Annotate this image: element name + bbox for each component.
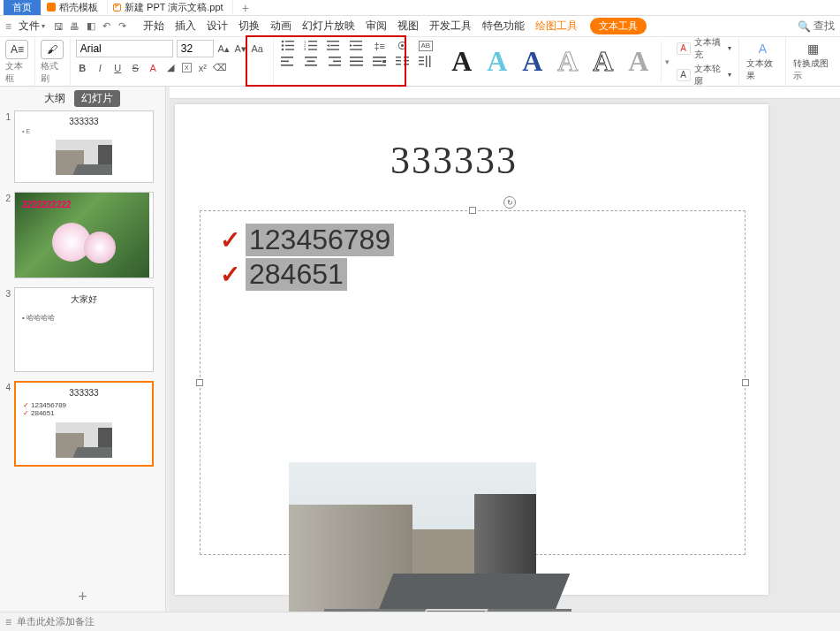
content-textframe[interactable]: ✓ 123456789 ✓ 284651: [200, 210, 745, 555]
charborder-icon[interactable]: X: [182, 63, 192, 72]
charspacing-icon[interactable]: AB: [419, 41, 433, 51]
search-box[interactable]: 🔍 查找: [798, 19, 835, 34]
tab-design[interactable]: 设计: [207, 19, 228, 34]
qat-preview-icon[interactable]: ◧: [84, 19, 97, 33]
bullets-icon[interactable]: [281, 40, 295, 51]
menu-collapse-icon[interactable]: ≡: [5, 20, 11, 33]
svg-rect-33: [373, 65, 386, 66]
font-color-icon[interactable]: A: [147, 61, 160, 74]
tab-feature[interactable]: 特色功能: [482, 19, 525, 34]
columns-icon[interactable]: [396, 56, 410, 67]
font-size-input[interactable]: [177, 40, 214, 57]
convert-icon[interactable]: ▦: [802, 41, 825, 56]
wordart-style-5[interactable]: A: [588, 45, 618, 79]
tab-insert[interactable]: 插入: [175, 19, 196, 34]
text-vertical-icon[interactable]: [419, 56, 433, 67]
svg-rect-27: [350, 57, 363, 58]
qat-undo-icon[interactable]: ↶: [100, 19, 113, 33]
panel-tab-outline[interactable]: 大纲: [44, 91, 65, 106]
grow-font-icon[interactable]: A▴: [217, 42, 231, 56]
svg-rect-3: [285, 45, 294, 46]
wordart-style-6[interactable]: A: [624, 45, 654, 79]
tab-developer[interactable]: 开发工具: [429, 19, 472, 34]
text-effect-icon[interactable]: A: [751, 41, 774, 56]
slide-canvas[interactable]: 333333 ↻ ✓ 123456789 ✓ 284651: [175, 104, 768, 595]
tab-newppt[interactable]: 新建 PPT 演示文稿.ppt: [108, 0, 233, 15]
wordart-style-2[interactable]: A: [482, 45, 512, 79]
panel-tab-slides[interactable]: 幻灯片: [74, 90, 120, 107]
tab-add[interactable]: +: [233, 1, 258, 15]
chevron-down-icon: ▾: [728, 71, 731, 79]
file-menu[interactable]: 文件 ▾: [15, 19, 49, 34]
align-right-icon[interactable]: [327, 56, 341, 67]
add-slide-button[interactable]: +: [0, 582, 165, 612]
group-texteffect: A 文本效果: [739, 37, 786, 86]
indent-inc-icon[interactable]: [350, 40, 364, 51]
highlight-icon[interactable]: ◢: [164, 61, 178, 74]
thumb-title: 333333: [23, 388, 145, 398]
resize-handle-e[interactable]: [742, 379, 749, 386]
change-case-icon[interactable]: Aa: [251, 42, 264, 56]
thumb-number: 1: [4, 110, 11, 122]
text-outline-button[interactable]: A文本轮廓▾: [677, 63, 732, 87]
group-convert: ▦ 转换成图示: [786, 37, 840, 86]
line-spacing-icon[interactable]: ‡≡: [373, 40, 387, 51]
thumbnail-1[interactable]: 1 333333 • E: [4, 110, 165, 183]
resize-handle-n[interactable]: [469, 207, 476, 214]
thumb-overlay-text: 2222222222: [22, 200, 72, 209]
tab-home[interactable]: 首页: [4, 0, 42, 15]
qat-print-icon[interactable]: 🖶: [68, 19, 81, 33]
wordart-style-1[interactable]: A: [447, 45, 477, 79]
svg-rect-28: [350, 61, 363, 63]
tab-drawingtools[interactable]: 绘图工具: [535, 19, 578, 34]
search-label: 查找: [814, 19, 835, 34]
qat-redo-icon[interactable]: ↷: [116, 19, 129, 33]
formatpainter-icon[interactable]: 🖌: [41, 40, 64, 59]
text-fill-button[interactable]: A文本填充▾: [677, 36, 732, 61]
search-icon: 🔍: [798, 20, 811, 33]
tab-transition[interactable]: 切换: [238, 19, 260, 34]
align-distribute-icon[interactable]: [373, 56, 387, 67]
slide-photo[interactable]: [289, 462, 536, 612]
svg-rect-5: [285, 49, 294, 49]
tab-review[interactable]: 审阅: [366, 19, 387, 34]
tab-animation[interactable]: 动画: [270, 19, 291, 34]
bold-icon[interactable]: B: [76, 61, 89, 74]
slide-title[interactable]: 333333: [170, 138, 751, 183]
align-justify-icon[interactable]: [350, 56, 364, 67]
textbox-icon[interactable]: A≡: [5, 40, 28, 59]
svg-point-0: [281, 41, 284, 43]
qat-save-icon[interactable]: 🖫: [52, 19, 65, 33]
svg-rect-34: [396, 57, 401, 57]
clearfmt-icon[interactable]: ⌫: [214, 61, 227, 74]
bullet-item-1[interactable]: ✓ 123456789: [220, 224, 745, 256]
align-center-icon[interactable]: [304, 56, 318, 67]
font-family-input[interactable]: [76, 40, 173, 57]
tab-view[interactable]: 视图: [397, 19, 419, 34]
italic-icon[interactable]: I: [94, 61, 107, 74]
bullet-item-2[interactable]: ✓ 284651: [220, 258, 745, 291]
thumb-line: 123456789: [31, 401, 66, 409]
tab-slideshow[interactable]: 幻灯片放映: [302, 19, 355, 34]
underline-icon[interactable]: U: [111, 61, 125, 74]
wordart-style-4[interactable]: A: [553, 45, 583, 79]
formatpainter-label: 格式刷: [41, 60, 64, 85]
tab-start[interactable]: 开始: [143, 19, 164, 34]
tab-texttools-active[interactable]: 文本工具: [590, 18, 647, 34]
thumbnail-2[interactable]: 2 2222222222: [4, 192, 165, 278]
rotate-handle-icon[interactable]: ↻: [503, 196, 516, 209]
ppt-file-icon: [113, 4, 121, 11]
indent-dec-icon[interactable]: [327, 40, 341, 51]
superscript-icon[interactable]: x²: [196, 61, 209, 74]
resize-handle-w[interactable]: [196, 379, 203, 386]
tab-docke-templates[interactable]: 稻壳模板: [42, 0, 108, 15]
wordart-style-3[interactable]: A: [518, 45, 548, 79]
text-direction-icon[interactable]: ⦿: [396, 40, 410, 51]
thumbnail-4[interactable]: 4 333333 ✓123456789 ✓284651: [4, 381, 165, 467]
thumbnail-3[interactable]: 3 大家好 • 哈哈哈哈: [4, 287, 165, 372]
numbering-icon[interactable]: 123: [304, 40, 318, 51]
align-left-icon[interactable]: [281, 56, 295, 67]
notes-bar[interactable]: ≡ 单击此处添加备注: [0, 612, 840, 631]
strike-icon[interactable]: S: [129, 61, 142, 74]
shrink-font-icon[interactable]: A▾: [234, 42, 247, 56]
